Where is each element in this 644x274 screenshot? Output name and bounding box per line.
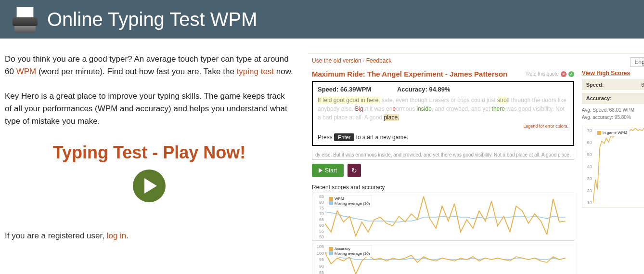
legend-mavg: Moving average (10) xyxy=(335,251,370,256)
legend-wpm: WPM xyxy=(335,196,344,201)
typing-input[interactable]: dy else. But it was enormous inside, and… xyxy=(312,150,574,160)
legend-acc: Accuracy xyxy=(335,247,350,251)
start-label: Start xyxy=(325,167,337,174)
sidebar-speed: Speed: 66.39 WPM xyxy=(582,79,644,90)
view-high-scores-link[interactable]: View High Scores xyxy=(582,70,630,77)
wpm-abbr: WPM xyxy=(16,67,37,76)
sidebar-accuracy: Accuracy: 94.89% xyxy=(582,93,644,104)
wpm-chart: 8580757065605550 WPM Moving average (10) xyxy=(312,193,574,241)
page-title: Online Typing Test WPM xyxy=(47,9,257,30)
play-button[interactable] xyxy=(133,170,166,202)
avg-accuracy: Avg. accuracy: 95.80% xyxy=(582,114,644,121)
speed-value: 66.39WPM xyxy=(340,86,371,93)
login-text: If you are a registered user, xyxy=(5,231,107,240)
ingame-wpm-chart: 70605040302010 In-game WPM xyxy=(582,126,644,208)
login-prompt: If you are a registered user, log in. xyxy=(5,231,294,241)
cta-title: Typing Test - Play Now! xyxy=(5,143,294,163)
thumb-down-icon[interactable]: ✕ xyxy=(561,71,567,77)
legend-ingame: In-game WPM xyxy=(603,130,627,135)
accuracy-value: 94.89% xyxy=(429,86,450,93)
separator: · xyxy=(361,57,366,64)
start-button[interactable]: Start xyxy=(312,164,344,177)
accuracy-label: Accuracy: xyxy=(397,86,427,93)
recent-chart-title: Recent scores and accuracy xyxy=(312,184,574,191)
thumb-up-icon[interactable]: ✓ xyxy=(568,71,574,77)
play-icon xyxy=(319,168,322,173)
feedback-link[interactable]: Feedback xyxy=(366,57,392,64)
language-value: English xyxy=(634,59,644,65)
old-version-link[interactable]: Use the old version xyxy=(312,57,361,64)
intro-paragraph-1: Do you think you are a good typer? An av… xyxy=(5,53,294,78)
legend-mavg: Moving average (10) xyxy=(335,201,370,206)
language-select[interactable]: English xyxy=(630,57,644,67)
press-text: Press xyxy=(318,134,334,141)
login-text: . xyxy=(126,231,129,240)
typing-test-link[interactable]: typing test xyxy=(237,67,274,76)
refresh-button[interactable]: ↻ xyxy=(348,164,361,177)
page-header: Online Typing Test WPM xyxy=(0,0,644,39)
legend-link[interactable]: Legend for error colors. xyxy=(523,124,568,129)
quote-text: If feld goot good in here, safe, even th… xyxy=(318,96,568,122)
enter-key-icon: Enter xyxy=(334,133,354,141)
speed-label: Speed: xyxy=(318,86,338,93)
intro-text: (word per minute). Find out how fast you… xyxy=(36,67,236,76)
press-text: to start a new game. xyxy=(354,134,408,141)
rate-label: Rate this quote xyxy=(526,71,558,77)
play-icon xyxy=(144,178,157,194)
typewriter-icon xyxy=(12,6,39,33)
intro-paragraph-2: Key Hero is a great place to improve you… xyxy=(5,90,294,128)
accuracy-chart: 105100959085 Accuracy Moving average (10… xyxy=(312,243,574,274)
login-link[interactable]: log in xyxy=(107,231,127,240)
app-preview: Use the old version · Feedback English M… xyxy=(308,53,644,274)
intro-text: now. xyxy=(274,67,293,76)
quote-box: Speed: 66.39WPM Accuracy: 94.89% If feld… xyxy=(312,81,574,146)
quote-title: Maximum Ride: The Angel Experiment - Jam… xyxy=(312,70,507,78)
avg-speed: Avg. Speed: 68.01 WPM xyxy=(582,106,644,114)
